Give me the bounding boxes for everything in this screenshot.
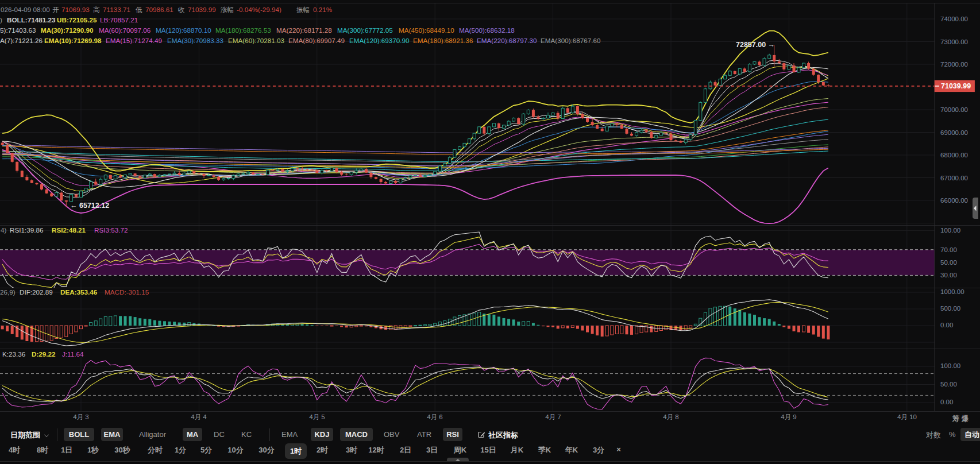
svg-text:4月 10: 4月 10: [897, 413, 917, 420]
svg-text:50.00: 50.00: [940, 259, 957, 266]
svg-text:69000.00: 69000.00: [940, 129, 968, 136]
svg-text:4月 7: 4月 7: [545, 413, 561, 420]
svg-text:4月 4: 4月 4: [191, 413, 207, 420]
svg-text:4月 8: 4月 8: [663, 413, 679, 420]
svg-text:66000.00: 66000.00: [940, 197, 968, 204]
svg-text:4月 6: 4月 6: [427, 413, 443, 420]
svg-text:0.00: 0.00: [940, 399, 953, 405]
svg-text:67000.00: 67000.00: [940, 175, 968, 181]
svg-text:72000.00: 72000.00: [940, 61, 968, 68]
svg-text:71039.99: 71039.99: [941, 82, 971, 90]
svg-text:4月 5: 4月 5: [309, 413, 325, 420]
svg-text:← 65712.12: ← 65712.12: [70, 202, 109, 210]
svg-text:4月 3: 4月 3: [73, 413, 89, 420]
svg-text:100.00: 100.00: [940, 362, 960, 369]
svg-text:68000.00: 68000.00: [940, 152, 968, 158]
svg-text:30.00: 30.00: [940, 272, 957, 279]
svg-text:70.00: 70.00: [940, 246, 957, 253]
svg-text:4月 9: 4月 9: [781, 413, 797, 420]
svg-text:70000.00: 70000.00: [940, 106, 968, 113]
svg-text:50.00: 50.00: [940, 381, 957, 388]
svg-text:0.00: 0.00: [940, 322, 953, 328]
svg-text:500.00: 500.00: [940, 305, 960, 312]
